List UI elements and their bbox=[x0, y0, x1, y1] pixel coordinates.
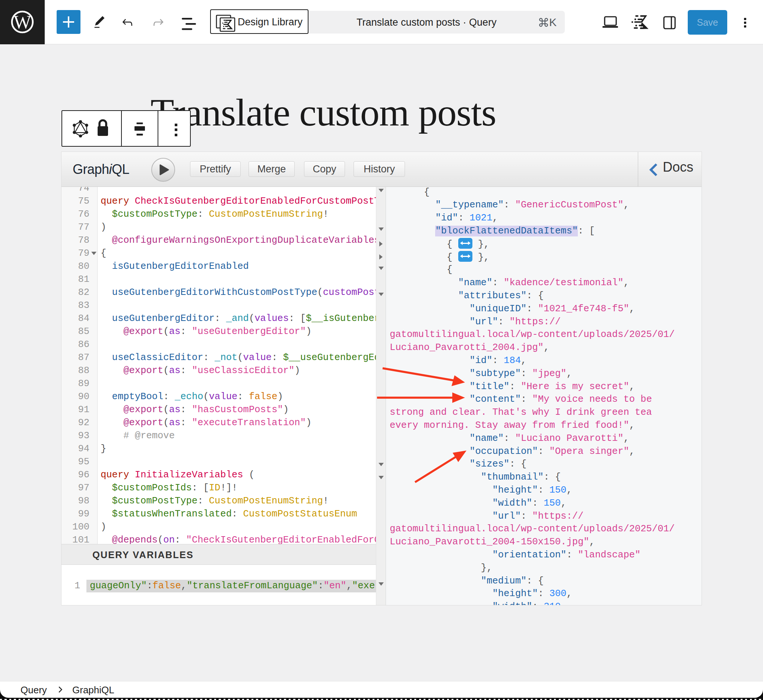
svg-text:W: W bbox=[14, 11, 32, 33]
